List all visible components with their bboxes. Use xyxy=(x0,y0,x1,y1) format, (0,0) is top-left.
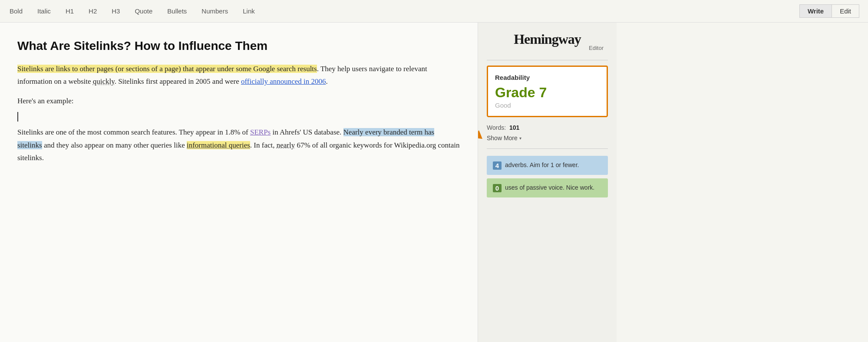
words-label: Words: xyxy=(487,124,506,131)
content-area[interactable]: What Are Sitelinks? How to Influence The… xyxy=(0,23,478,342)
serp-link[interactable]: SERPs xyxy=(250,128,271,136)
highlighted-text-1: Sitelinks are links to other pages (or s… xyxy=(17,65,317,73)
sidebar-inner: Hemingway Editor Readability Grade 7 Goo… xyxy=(487,31,608,197)
brand-name: Hemingway xyxy=(514,31,581,47)
h1-button[interactable]: H1 xyxy=(65,6,75,16)
passive-voice-card: 0 uses of passive voice. Nice work. xyxy=(487,178,608,197)
bold-button[interactable]: Bold xyxy=(9,6,23,16)
chevron-down-icon: ▾ xyxy=(519,136,521,141)
grade-quality: Good xyxy=(495,102,600,109)
write-button[interactable]: Write xyxy=(799,4,832,18)
sidebar: Hemingway Editor Readability Grade 7 Goo… xyxy=(478,23,617,342)
h2-button[interactable]: H2 xyxy=(88,6,98,16)
adverbs-badge: 4 xyxy=(493,161,502,170)
words-count: 101 xyxy=(509,124,519,131)
italic-button[interactable]: Italic xyxy=(36,6,52,16)
numbers-button[interactable]: Numbers xyxy=(201,6,229,16)
write-edit-toggle: Write Edit xyxy=(799,4,859,18)
adverb-nearly: nearly xyxy=(277,141,295,149)
divider-2 xyxy=(487,148,608,149)
paragraph-3: Sitelinks are one of the most common sea… xyxy=(17,126,460,164)
grade-number: Grade 7 xyxy=(495,85,600,101)
official-link[interactable]: officially announced in 2006 xyxy=(241,77,326,86)
show-more-button[interactable]: Show More ▾ xyxy=(487,135,521,141)
article-title: What Are Sitelinks? How to Influence The… xyxy=(17,36,460,56)
readability-box: Readability Grade 7 Good xyxy=(487,66,608,117)
passive-voice-text: uses of passive voice. Nice work. xyxy=(505,184,594,192)
show-more-label: Show More xyxy=(487,135,518,141)
hemingway-logo: Hemingway Editor xyxy=(487,31,608,51)
feedback-cards: 4 adverbs. Aim for 1 or fewer. 0 uses of… xyxy=(487,156,608,197)
adverb-quickly: quickly xyxy=(93,77,115,86)
cursor xyxy=(17,112,18,122)
main-layout: What Are Sitelinks? How to Influence The… xyxy=(0,23,868,342)
example-line: Here's an example: xyxy=(17,95,460,108)
adverbs-text: adverbs. Aim for 1 or fewer. xyxy=(505,161,579,170)
edit-button[interactable]: Edit xyxy=(832,4,859,18)
toolbar: Bold Italic H1 H2 H3 Quote Bullets Numbe… xyxy=(0,0,868,23)
link-button[interactable]: Link xyxy=(242,6,256,16)
quote-button[interactable]: Quote xyxy=(134,6,153,16)
readability-label: Readability xyxy=(495,74,600,81)
passive-voice-badge: 0 xyxy=(493,184,502,192)
stats-section: Words: 101 Show More ▾ xyxy=(487,124,608,141)
words-line: Words: 101 xyxy=(487,124,608,131)
paragraph-1: Sitelinks are links to other pages (or s… xyxy=(17,62,460,89)
bullets-button[interactable]: Bullets xyxy=(166,6,188,16)
divider-1 xyxy=(487,60,608,60)
adverbs-card: 4 adverbs. Aim for 1 or fewer. xyxy=(487,156,608,175)
highlighted-text-3: informational queries xyxy=(187,141,250,149)
svg-marker-0 xyxy=(478,130,482,139)
arrow-annotation xyxy=(478,75,487,163)
h3-button[interactable]: H3 xyxy=(111,6,121,16)
